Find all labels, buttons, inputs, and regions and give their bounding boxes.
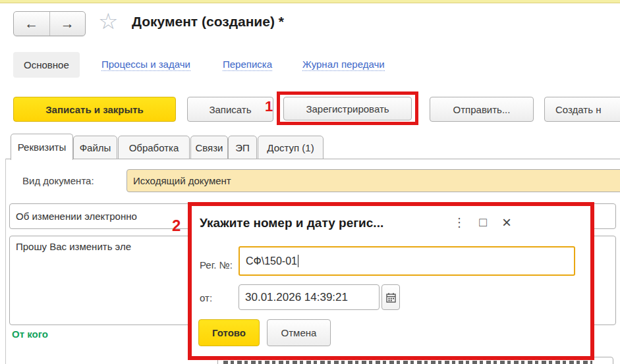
- doc-kind-input[interactable]: Исходящий документ: [127, 169, 620, 192]
- forward-button[interactable]: →: [49, 12, 86, 36]
- save-button[interactable]: Записать: [187, 97, 273, 122]
- reg-number-value: СФ\150-01: [246, 255, 297, 267]
- back-button[interactable]: ←: [14, 12, 49, 36]
- tab-requisites[interactable]: Реквизиты: [11, 134, 73, 160]
- reg-number-input[interactable]: СФ\150-01: [239, 246, 575, 276]
- from-group-label: От кого: [12, 328, 48, 340]
- document-window: ← → ☆ Документ (создание) * Основное Про…: [0, 0, 620, 364]
- tab-content-left-border: [5, 159, 6, 364]
- date-value: 30.01.2026 14:39:21: [245, 291, 348, 304]
- history-nav-group: ← →: [13, 11, 86, 36]
- tab-access[interactable]: Доступ (1): [258, 136, 324, 159]
- done-button[interactable]: Готово: [198, 319, 260, 346]
- registration-dialog: Укажите номер и дату регис... ⋮ □ × Рег.…: [188, 202, 594, 360]
- register-button[interactable]: Зарегистрировать: [283, 97, 412, 120]
- tab-signature[interactable]: ЭП: [228, 136, 257, 159]
- step-marker-1: 1: [265, 98, 273, 115]
- nav-item-main-label: Основное: [24, 59, 69, 70]
- calendar-icon: [386, 292, 396, 303]
- maximize-icon: □: [479, 215, 486, 230]
- text-cursor: [298, 255, 299, 267]
- close-icon: ×: [502, 213, 511, 232]
- doc-kind-value: Исходящий документ: [133, 175, 231, 186]
- tab-processing[interactable]: Обработка: [118, 136, 190, 159]
- kebab-menu-icon: ⋮: [453, 215, 465, 230]
- nav-link-transfer-journal[interactable]: Журнал передачи: [302, 59, 385, 71]
- dialog-title: Укажите номер и дату регис...: [200, 216, 383, 230]
- clipped-text-tops: [223, 361, 592, 364]
- cancel-button[interactable]: Отмена: [267, 319, 331, 346]
- tab-links[interactable]: Связи: [190, 136, 228, 159]
- favorite-star-icon[interactable]: ☆: [98, 8, 118, 34]
- nav-item-main[interactable]: Основное: [13, 52, 80, 78]
- tab-files[interactable]: Файлы: [73, 136, 117, 159]
- page-title: Документ (создание) *: [132, 14, 284, 30]
- forward-icon: →: [61, 16, 74, 32]
- dialog-close-button[interactable]: ×: [499, 215, 515, 230]
- nav-link-correspondence[interactable]: Переписка: [223, 59, 272, 71]
- back-icon: ←: [24, 16, 38, 32]
- dialog-maximize-button[interactable]: □: [475, 215, 491, 230]
- dialog-menu-button[interactable]: ⋮: [451, 215, 467, 230]
- doc-kind-label: Вид документа:: [22, 175, 94, 186]
- date-label: от:: [200, 292, 212, 303]
- window-accent-strip: [0, 0, 620, 3]
- reg-number-label: Рег. №:: [200, 259, 233, 271]
- create-based-on-button[interactable]: Создать н: [544, 97, 620, 122]
- date-input[interactable]: 30.01.2026 14:39:21: [239, 284, 380, 310]
- calendar-button[interactable]: [381, 284, 400, 310]
- save-and-close-button[interactable]: Записать и закрыть: [13, 97, 176, 122]
- body-text: Прошу Вас изменить эле: [16, 241, 131, 252]
- subject-value: Об изменении электронно: [16, 211, 137, 222]
- step-marker-2: 2: [172, 217, 181, 235]
- nav-link-processes-and-tasks[interactable]: Процессы и задачи: [101, 59, 190, 71]
- send-button[interactable]: Отправить...: [430, 97, 534, 122]
